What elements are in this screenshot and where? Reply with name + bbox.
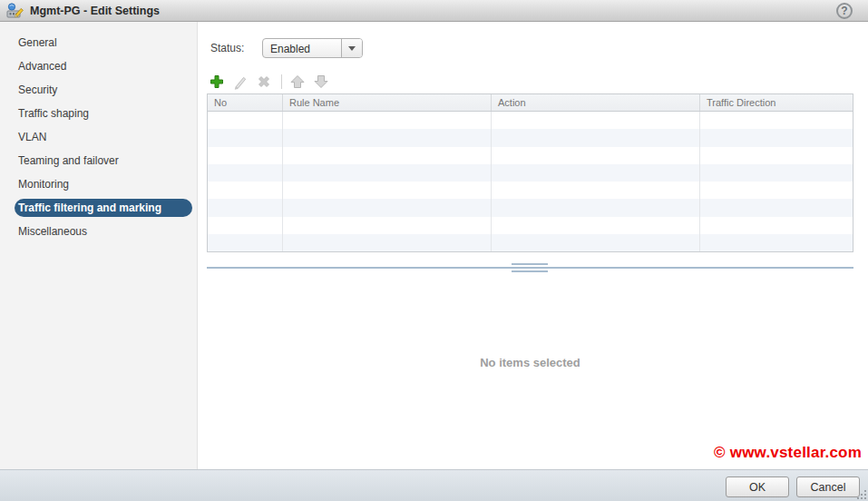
table-body <box>208 112 853 251</box>
table-cell <box>208 147 283 164</box>
table-cell <box>492 234 700 251</box>
table-row[interactable] <box>208 182 853 199</box>
column-header-action[interactable]: Action <box>492 94 700 111</box>
status-dropdown[interactable]: Enabled <box>262 38 363 58</box>
cancel-button[interactable]: Cancel <box>796 476 860 497</box>
table-cell <box>208 164 283 182</box>
delete-icon[interactable] <box>256 74 272 90</box>
table-cell <box>283 217 492 234</box>
sidebar-item-teaming-and-failover[interactable]: Teaming and failover <box>15 152 192 170</box>
table-cell <box>492 112 700 129</box>
table-cell <box>700 199 853 216</box>
sidebar-item-traffic-shaping[interactable]: Traffic shaping <box>15 104 192 123</box>
table-cell <box>283 182 492 199</box>
table-cell <box>700 112 853 129</box>
edit-icon[interactable] <box>232 74 249 90</box>
table-cell <box>208 217 283 234</box>
table-cell <box>492 182 700 199</box>
table-row[interactable] <box>208 164 853 182</box>
column-header-rule-name[interactable]: Rule Name <box>283 94 492 111</box>
sidebar-item-security[interactable]: Security <box>15 81 192 99</box>
empty-selection-message: No items selected <box>207 356 853 369</box>
main-content: Status: Enabled <box>198 22 868 469</box>
table-cell <box>492 164 700 182</box>
table-cell <box>492 217 700 234</box>
sidebar-item-general[interactable]: General <box>15 34 192 52</box>
status-label: Status: <box>210 42 262 54</box>
table-cell <box>700 217 853 234</box>
help-icon[interactable]: ? <box>836 3 853 19</box>
table-cell <box>283 129 492 146</box>
table-row[interactable] <box>208 147 853 164</box>
move-down-icon[interactable] <box>313 74 329 90</box>
footer-bar: OK Cancel <box>0 469 868 501</box>
table-cell <box>283 164 492 182</box>
edit-portgroup-icon <box>6 3 24 19</box>
table-header-row: NoRule NameActionTraffic Direction <box>208 94 853 112</box>
table-cell <box>700 182 853 199</box>
table-cell <box>208 234 283 251</box>
table-row[interactable] <box>208 112 853 129</box>
sidebar-item-vlan[interactable]: VLAN <box>15 128 192 146</box>
table-row[interactable] <box>208 199 853 216</box>
table-cell <box>283 112 492 129</box>
status-row: Status: Enabled <box>210 38 363 58</box>
table-cell <box>208 182 283 199</box>
table-cell <box>283 199 492 216</box>
dialog-title: Mgmt-PG - Edit Settings <box>30 5 160 17</box>
sidebar: GeneralAdvancedSecurityTraffic shapingVL… <box>0 22 198 469</box>
column-header-no[interactable]: No <box>208 94 283 111</box>
toolbar-separator <box>281 74 282 89</box>
table-cell <box>700 147 853 164</box>
table-cell <box>208 112 283 129</box>
watermark-text: © www.vstellar.com <box>714 444 862 462</box>
table-cell <box>283 147 492 164</box>
edit-settings-dialog: Mgmt-PG - Edit Settings ? GeneralAdvance… <box>0 0 868 501</box>
move-up-icon[interactable] <box>289 74 306 90</box>
add-icon[interactable] <box>209 74 225 90</box>
table-cell <box>700 164 853 182</box>
table-cell <box>700 129 853 146</box>
rules-table: NoRule NameActionTraffic Direction <box>207 93 853 252</box>
table-row[interactable] <box>208 234 853 251</box>
table-cell <box>700 234 853 251</box>
chevron-down-icon[interactable] <box>341 39 362 57</box>
sidebar-item-miscellaneous[interactable]: Miscellaneous <box>15 222 192 241</box>
table-cell <box>492 129 700 146</box>
status-dropdown-value: Enabled <box>263 39 341 57</box>
column-header-traffic-direction[interactable]: Traffic Direction <box>700 94 853 111</box>
table-row[interactable] <box>208 129 853 146</box>
table-row[interactable] <box>208 217 853 234</box>
sidebar-item-traffic-filtering-and-marking[interactable]: Traffic filtering and marking <box>15 199 192 217</box>
table-cell <box>208 199 283 216</box>
title-bar: Mgmt-PG - Edit Settings ? <box>0 0 868 22</box>
table-resize-splitter[interactable] <box>207 263 853 272</box>
resize-grip-icon[interactable] <box>856 489 867 500</box>
rules-toolbar <box>209 73 336 91</box>
ok-button[interactable]: OK <box>726 476 789 497</box>
sidebar-item-advanced[interactable]: Advanced <box>15 57 192 75</box>
table-cell <box>492 199 700 216</box>
table-cell <box>208 129 283 146</box>
sidebar-item-monitoring[interactable]: Monitoring <box>15 175 192 193</box>
table-cell <box>492 147 700 164</box>
table-cell <box>283 234 492 251</box>
